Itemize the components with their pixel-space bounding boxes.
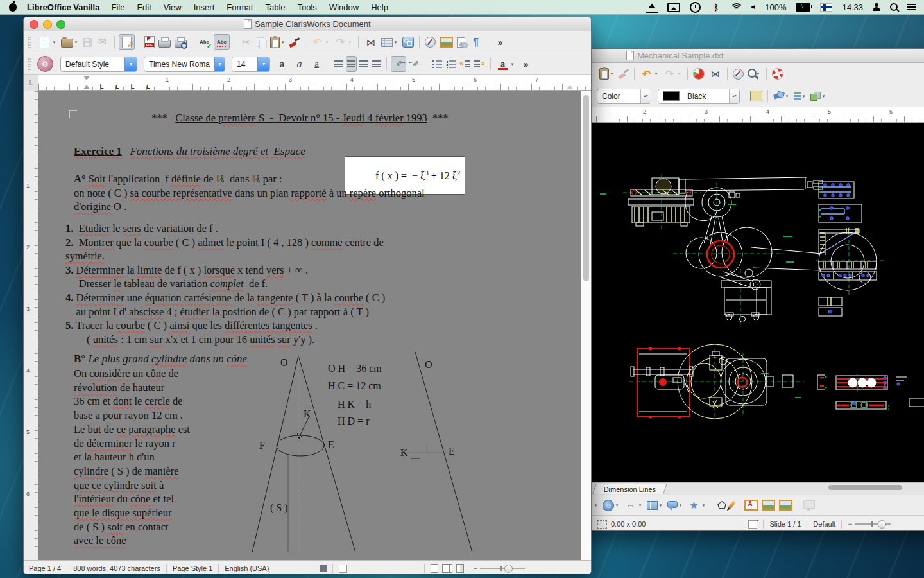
line-color-combo[interactable]: Black ▴▾ <box>658 89 740 104</box>
vertical-scrollbar[interactable] <box>581 91 591 560</box>
stepper-icon[interactable]: ▴▾ <box>729 89 739 103</box>
numbered-list-button[interactable] <box>431 56 443 72</box>
gallery-button[interactable] <box>438 34 454 50</box>
insert-table-button[interactable]: ▾ <box>380 34 400 50</box>
minimize-button[interactable] <box>43 20 52 29</box>
align-objects-button[interactable]: ▾ <box>792 88 808 104</box>
underline-button[interactable] <box>309 56 325 72</box>
print-button[interactable] <box>157 34 172 50</box>
app-menu[interactable]: LibreOffice Vanilla <box>27 3 99 12</box>
paste-button[interactable]: ▾ <box>269 34 287 50</box>
print-preview-button[interactable] <box>173 34 188 50</box>
airplay-display-icon[interactable] <box>667 3 680 12</box>
book-view-icon[interactable] <box>456 564 464 573</box>
fontwork-button[interactable] <box>743 497 759 513</box>
undo-button[interactable]: ▾ <box>638 66 660 82</box>
increase-indent-button[interactable] <box>473 56 486 72</box>
writer-window[interactable]: Sample ClarisWorks Document ▾▾▾▾▾▾ ⚙ Def… <box>23 17 592 574</box>
wifi-icon[interactable] <box>732 3 742 11</box>
dropdown-caret-icon[interactable]: ▾ <box>280 40 286 45</box>
zoom-button[interactable]: ▾ <box>746 66 762 82</box>
navigator-button[interactable] <box>732 66 745 82</box>
layer-tab-dimension-lines[interactable]: Dimension Lines <box>592 484 667 494</box>
dropdown-caret-icon[interactable]: ▾ <box>653 71 659 76</box>
vertical-scrollbar-thumb[interactable] <box>583 95 589 281</box>
tabstop-type-selector[interactable]: L <box>24 75 38 91</box>
language-status[interactable]: English (USA) <box>225 565 269 572</box>
selection-mode-icon[interactable] <box>339 565 347 573</box>
dropdown-caret-icon[interactable]: ▾ <box>614 503 620 508</box>
draw-window[interactable]: Mechanical Sample.dxf ▾▾▾▾ Color ▴▾ Blac… <box>565 48 924 531</box>
sidebar-settings-button[interactable]: ⚙ <box>37 56 53 72</box>
notification-center-icon[interactable] <box>907 4 916 10</box>
battery-icon[interactable] <box>796 3 810 12</box>
document-view[interactable]: *** Classe de première S - Devoir n° 15 … <box>38 91 581 560</box>
edit-mode-button[interactable] <box>119 34 135 50</box>
view-layout-buttons[interactable] <box>431 564 464 573</box>
fill-style-combo[interactable]: Color ▴▾ <box>597 89 651 104</box>
tab-stop-marker[interactable]: L <box>131 83 135 90</box>
dropdown-caret-icon[interactable]: ▾ <box>658 503 663 508</box>
draw-canvas[interactable] <box>565 123 924 482</box>
polygon-button[interactable] <box>716 497 728 513</box>
menu-tools[interactable]: Tools <box>298 3 317 12</box>
left-to-right-button[interactable] <box>391 56 406 72</box>
dropdown-caret-icon[interactable]: ▾ <box>509 62 515 67</box>
dropdown-caret-icon[interactable]: ▾ <box>676 71 682 76</box>
time-machine-icon[interactable] <box>690 2 701 13</box>
toolbar-overflow-button[interactable] <box>518 56 534 72</box>
dropdown-caret-icon[interactable]: ▾ <box>347 40 353 45</box>
dropdown-caret-icon[interactable]: ▾ <box>609 71 615 76</box>
data-sources-button[interactable] <box>456 34 466 50</box>
menu-format[interactable]: Format <box>227 3 253 12</box>
dropdown-caret-icon[interactable]: ▾ <box>393 40 398 45</box>
italic-button[interactable] <box>291 56 307 72</box>
special-character-button[interactable] <box>707 66 723 82</box>
gallery-button[interactable] <box>778 497 794 513</box>
draw-zoom-slider[interactable]: − <box>848 520 891 529</box>
callouts-button[interactable]: ▾ <box>666 497 685 513</box>
left-indent-marker[interactable] <box>83 85 90 89</box>
dropdown-caret-icon[interactable]: ▾ <box>701 503 706 508</box>
close-button[interactable] <box>30 20 38 29</box>
dropdown-caret-icon[interactable]: ▾ <box>637 503 643 508</box>
curve-button[interactable] <box>729 497 735 513</box>
dropdown-caret-icon[interactable]: ▾ <box>73 40 79 45</box>
menu-insert[interactable]: Insert <box>194 3 215 12</box>
bluetooth-icon[interactable]: ᛒ <box>710 2 722 12</box>
dropdown-caret-icon[interactable]: ▾ <box>257 57 270 71</box>
dropdown-caret-icon[interactable]: ▾ <box>784 94 790 99</box>
single-page-view-icon[interactable] <box>431 564 438 573</box>
bullet-list-button[interactable] <box>445 56 457 72</box>
block-arrows-button[interactable]: ▾ <box>622 497 644 513</box>
writer-vertical-ruler[interactable]: 123456 <box>24 91 38 560</box>
shapes-overflow-button[interactable]: ▾ <box>590 497 600 513</box>
page-style-status[interactable]: Page Style 1 <box>173 565 212 572</box>
apple-menu-icon[interactable] <box>9 3 17 12</box>
special-character-button[interactable] <box>363 34 379 50</box>
dropdown-caret-icon[interactable]: ▾ <box>821 94 826 99</box>
menu-help[interactable]: Help <box>371 3 388 12</box>
export-pdf-button[interactable] <box>143 34 156 50</box>
dropdown-caret-icon[interactable]: ▾ <box>593 503 599 508</box>
basic-shapes-button[interactable]: ▾ <box>601 497 621 513</box>
align-left-button[interactable] <box>333 56 345 72</box>
stepper-icon[interactable]: ▴▾ <box>640 89 651 103</box>
insert-image-button[interactable] <box>760 497 776 513</box>
page-number-status[interactable]: Page 1 / 4 <box>29 565 61 572</box>
word-count-status[interactable]: 808 words, 4073 characters <box>73 565 160 572</box>
right-indent-marker[interactable] <box>567 85 573 89</box>
draw-titlebar[interactable]: Mechanical Sample.dxf <box>565 49 924 63</box>
rotate-button[interactable]: ▾ <box>772 88 791 104</box>
spellcheck-button[interactable] <box>196 34 212 50</box>
eject-icon[interactable] <box>646 1 658 13</box>
formatting-marks-button[interactable] <box>468 34 484 50</box>
toolbar-grip[interactable] <box>28 58 32 71</box>
flowchart-button[interactable]: ▾ <box>646 497 665 513</box>
tab-stop-marker[interactable]: L <box>100 83 104 90</box>
first-line-indent-marker[interactable] <box>83 76 90 80</box>
tab-stop-marker[interactable]: L <box>146 83 150 90</box>
dropdown-caret-icon[interactable]: ▾ <box>324 40 330 45</box>
justify-button[interactable] <box>371 56 382 72</box>
horizontal-scrollbar-thumb[interactable] <box>828 485 902 490</box>
